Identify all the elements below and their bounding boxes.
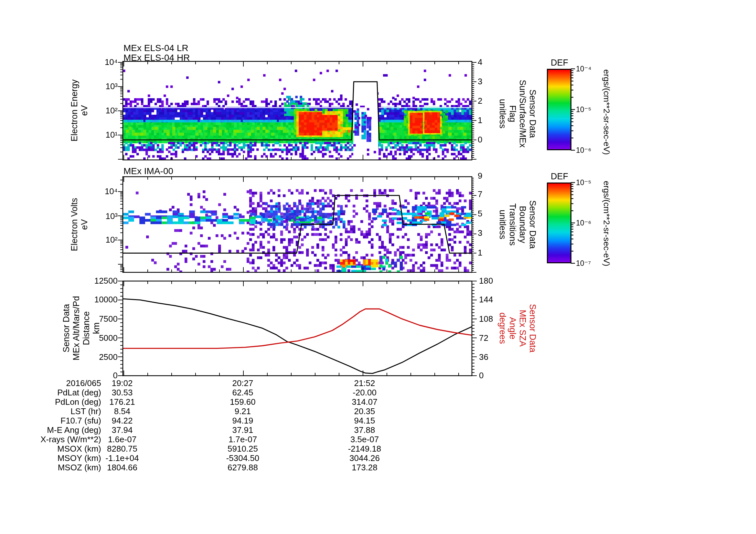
cell: 3.5e-07	[336, 435, 394, 444]
axis-label-line: degrees	[498, 304, 507, 352]
cell: -1.1e+04	[93, 454, 151, 463]
xy-ltick: 5000	[85, 333, 118, 343]
axis-label-line: Sensor Data	[527, 80, 537, 148]
cell: 159.60	[214, 397, 272, 407]
colorbar-ima-tick: 10⁻⁶	[576, 219, 591, 227]
cell: 37.88	[336, 425, 394, 435]
time-tick: 21:52	[336, 379, 394, 388]
cell: 1804.66	[93, 463, 151, 472]
els-title-hr: MEx ELS-04 HR	[123, 53, 190, 63]
cell: 20.35	[336, 407, 394, 416]
ima-rtick: 1	[478, 248, 482, 258]
colorbar-ima-title: DEF	[547, 172, 572, 181]
xy-ltick: 7500	[85, 314, 118, 324]
cell: 1.6e-07	[93, 435, 151, 444]
els-rtick: 0	[478, 135, 482, 144]
els-rtick: 2	[478, 96, 482, 106]
axis-label-line: Electron Volts	[69, 198, 79, 251]
ima-title: MEx IMA-00	[123, 166, 173, 176]
cell: 3044.26	[336, 454, 394, 463]
time-tick: 19:02	[93, 379, 151, 388]
cell: 173.28	[336, 463, 394, 472]
xy-rtick: 108	[479, 314, 493, 324]
cell: -5304.50	[214, 454, 272, 463]
xy-rtick: 180	[479, 276, 493, 286]
row-label: PdLat (deg)	[30, 388, 101, 397]
xy-right-axis-label: Sensor Data MEx SZA Angle degrees	[498, 304, 537, 352]
xy-ltick: 2500	[85, 352, 118, 362]
xy-rtick: 0	[479, 370, 483, 380]
cell: 9.21	[214, 407, 272, 416]
colorbar-els-tick: 10⁻⁶	[576, 146, 591, 154]
time-tick: 20:27	[214, 379, 272, 388]
row-label: MSOZ (km)	[30, 463, 101, 472]
colorbar-ima-tick: 10⁻⁵	[576, 178, 591, 187]
xy-left-axis-label: Sensor Data MEx Alt/Mars/Pd Distance km	[62, 296, 101, 361]
cell: 30.53	[93, 388, 151, 397]
cell: 176.21	[93, 397, 151, 407]
cell: 8280.75	[93, 444, 151, 454]
colorbar-els-tick: 10⁻⁴	[576, 64, 591, 73]
axis-label-line: MEx Alt/Mars/Pd	[71, 296, 81, 361]
cell: 6279.88	[214, 463, 272, 472]
colorbar-els-title: DEF	[547, 58, 572, 67]
cell: -2149.18	[336, 444, 394, 454]
els-ytick: 10³	[85, 81, 118, 91]
spacecraft-data-plot-page: MEx ELS-04 LR MEx ELS-04 HR MEx IMA-00 E…	[0, 0, 756, 534]
cell: 37.94	[93, 425, 151, 435]
axis-label-line: Sensor Data	[527, 200, 537, 249]
cell: 94.15	[336, 416, 394, 425]
row-label: LST (hr)	[30, 407, 101, 416]
row-label: MSOY (km)	[30, 454, 101, 463]
cell: 5910.25	[214, 444, 272, 454]
cell: 314.07	[336, 397, 394, 407]
colorbar-els-tick: 10⁻⁵	[576, 105, 591, 114]
xy-rtick: 72	[479, 333, 488, 343]
ima-rtick: 7	[478, 189, 482, 199]
row-label: X-rays (W/m**2)	[30, 435, 101, 444]
date-label: 2016/065	[30, 379, 101, 388]
els-rtick: 1	[478, 115, 482, 125]
cell: 94.22	[93, 416, 151, 425]
ima-right-axis-label: Sensor Data Boundary Transitions unitles…	[498, 200, 537, 249]
axis-label-line: Boundary	[518, 200, 527, 249]
cell: 8.54	[93, 407, 151, 416]
row-label: F10.7 (sfu)	[30, 416, 101, 425]
axis-label-line: Distance	[81, 296, 92, 361]
row-label: M-E Ang (deg)	[30, 425, 101, 435]
axis-label-line: unitless	[498, 200, 507, 249]
colorbar-els-unit: ergs/(cm**2-sr-sec-eV)	[602, 69, 611, 155]
ima-rtick: 5	[478, 209, 482, 218]
axis-label-line: Sensor Data	[527, 304, 537, 352]
axis-label-line: Sun/Surface/MEx	[518, 80, 527, 148]
row-label: PdLon (deg)	[30, 397, 101, 407]
colorbar-ima-unit: ergs/(cm**2-sr-sec-eV)	[602, 181, 611, 266]
axis-label-line: Flag	[507, 80, 518, 148]
colorbar-ima	[547, 183, 571, 263]
row-label: MSOX (km)	[30, 444, 101, 454]
els-right-axis-label: Sensor Data Sun/Surface/MEx Flag unitles…	[498, 80, 537, 148]
cell: 1.7e-07	[214, 435, 272, 444]
els-ytick: 10⁴	[85, 57, 118, 67]
ima-ytick: 10²	[85, 235, 118, 244]
colorbar-els	[547, 69, 571, 150]
axis-label-line: MEx SZA	[518, 304, 527, 352]
els-ytick: 10¹	[85, 130, 118, 140]
ima-rtick: 3	[478, 228, 482, 238]
els-title-lr: MEx ELS-04 LR	[123, 43, 188, 53]
ima-rtick: 9	[478, 171, 482, 181]
cell: -20.00	[336, 388, 394, 397]
axis-label-line: Electron Energy	[69, 80, 79, 141]
xy-rtick: 144	[479, 294, 493, 304]
cell: 94.19	[214, 416, 272, 425]
xy-ltick: 12500	[85, 276, 118, 286]
els-rtick: 4	[478, 57, 482, 67]
cell: 37.91	[214, 425, 272, 435]
axis-label-line: Angle	[507, 304, 518, 352]
axis-label-line: Transitions	[507, 200, 518, 249]
axis-label-line: km	[92, 296, 101, 361]
ima-ytick: 10³	[85, 211, 118, 221]
xy-rtick: 36	[479, 352, 488, 362]
xy-ltick: 10000	[85, 294, 118, 304]
ima-ytick: 10⁴	[85, 187, 118, 196]
